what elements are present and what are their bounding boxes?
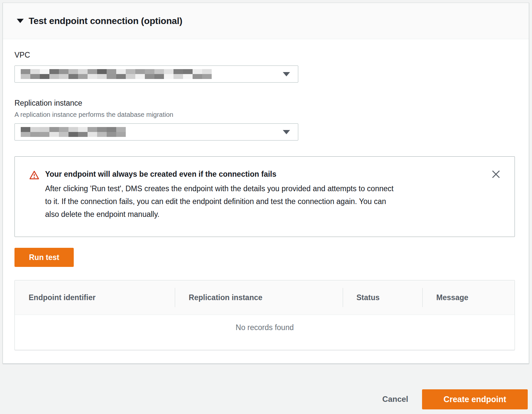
test-endpoint-connection-panel: Test endpoint connection (optional) VPC … (3, 3, 529, 364)
footer-actions: Cancel Create endpoint (0, 364, 532, 409)
column-header-status: Status (343, 280, 423, 315)
table-body: No records found (15, 315, 515, 350)
alert-title: Your endpoint will always be created eve… (45, 169, 393, 179)
vpc-select[interactable] (14, 65, 298, 83)
replication-instance-description: A replication instance performs the data… (14, 110, 515, 119)
column-header-endpoint-identifier: Endpoint identifier (15, 280, 175, 315)
vpc-label: VPC (14, 50, 515, 60)
column-header-replication-instance: Replication instance (175, 280, 342, 315)
vpc-field: VPC (14, 50, 515, 83)
alert-body-line: to it. If the connection fails, you can … (45, 195, 393, 208)
close-icon[interactable] (490, 168, 501, 180)
section-body: VPC Replication instance A replication i… (3, 39, 529, 363)
column-header-message: Message (422, 280, 515, 315)
triangle-down-icon (283, 72, 290, 76)
redacted-value (21, 69, 212, 79)
warning-alert: Your endpoint will always be created eve… (14, 156, 515, 237)
page: Test endpoint connection (optional) VPC … (0, 3, 532, 414)
alert-body-line: After clicking 'Run test', DMS creates t… (45, 182, 393, 195)
alert-content: Your endpoint will always be created eve… (45, 169, 393, 225)
cancel-button[interactable]: Cancel (373, 389, 417, 409)
redacted-value (21, 127, 126, 137)
replication-instance-select[interactable] (14, 123, 298, 141)
section-header-toggle[interactable]: Test endpoint connection (optional) (3, 3, 529, 39)
replication-instance-field: Replication instance A replication insta… (14, 98, 515, 141)
empty-state-message: No records found (236, 323, 294, 350)
replication-instance-label: Replication instance (14, 98, 515, 108)
test-results-table: Endpoint identifier Replication instance… (14, 280, 515, 350)
run-test-button[interactable]: Run test (14, 248, 74, 267)
triangle-down-icon (283, 130, 290, 134)
alert-body-line: also delete the endpoint manually. (45, 208, 393, 221)
alert-body: After clicking 'Run test', DMS creates t… (45, 182, 393, 221)
table-header-row: Endpoint identifier Replication instance… (15, 280, 515, 315)
triangle-down-icon (17, 19, 24, 23)
warning-triangle-icon (29, 170, 39, 225)
section-title: Test endpoint connection (optional) (29, 16, 182, 26)
create-endpoint-button[interactable]: Create endpoint (422, 389, 528, 409)
